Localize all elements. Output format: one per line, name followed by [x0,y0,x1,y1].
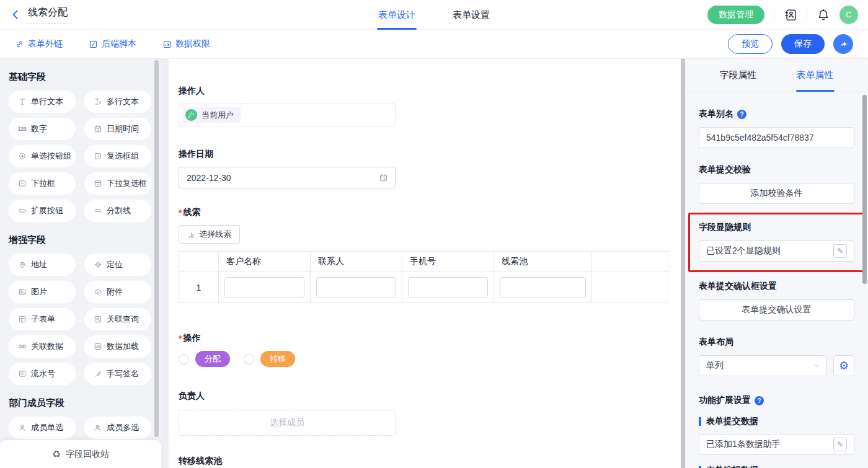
field-item-serial-number[interactable]: 流水号 [9,363,76,385]
tab-form-settings[interactable]: 表单设置 [453,0,490,30]
field-item-address[interactable]: 地址 [9,254,76,276]
field-item-member-multi[interactable]: 成员多选 [84,417,151,439]
help-icon[interactable]: ? [737,110,746,119]
divider-icon [92,206,104,215]
date-input[interactable]: 2022-12-30 [179,167,396,188]
field-item-attachment[interactable]: 附件 [84,281,151,303]
field-item-related-query[interactable]: 关联查询 [84,308,151,330]
divider [807,9,807,20]
operator-value-box[interactable]: 户 当前用户 [179,104,396,126]
lead-table-column-header: 联系人 [311,252,402,272]
panel-scrollbar[interactable] [862,95,867,284]
lead-table-column-header [179,252,219,272]
preview-button[interactable]: 预览 [728,34,773,54]
field-item-single-line-text[interactable]: 单行文本 [9,91,76,113]
field-item-multi-line-text[interactable]: 多行文本 [84,91,151,113]
radio-button[interactable] [244,354,254,364]
bell-icon[interactable] [817,8,830,22]
option-tag[interactable]: 分配 [195,351,230,367]
field-item-number[interactable]: 123数字 [9,118,76,140]
field-item-dropdown[interactable]: 下拉框 [9,172,76,195]
form-alias-input[interactable]: 541b9c5ef482a5f54cf78837 [699,127,854,148]
image-icon [16,288,28,296]
dropdown-icon [16,179,28,188]
add-validation-button[interactable]: 添加校验条件 [699,183,854,204]
field-item-image[interactable]: 图片 [9,281,76,303]
field-item-checkbox-group[interactable]: 复选框组 [84,145,151,167]
tab-field-properties[interactable]: 字段属性 [720,59,757,92]
help-icon[interactable]: ? [755,396,764,405]
visibility-rules-box[interactable]: 已设置2个显隐规则 ✎ [699,241,854,262]
field-item-label: 成员单选 [31,422,63,433]
calendar-icon[interactable] [379,173,388,182]
submit-validation-label: 表单提交校验 [699,164,854,175]
lead-cell [219,272,311,303]
select-member-box[interactable]: 选择成员 [179,410,396,436]
field-item-subform[interactable]: 子表单 [9,308,76,330]
tab-form-design[interactable]: 表单设计 [378,0,415,30]
lead-cell-input[interactable] [500,277,586,298]
field-item-radio-group[interactable]: 单选按钮组 [9,145,76,167]
field-operator[interactable]: 操作人 户 当前用户 [179,86,668,126]
sidebar-scrollbar[interactable] [154,60,159,437]
select-lead-button[interactable]: 选择线索 [179,225,240,244]
data-manage-button[interactable]: 数据管理 [707,6,764,24]
field-operation-date[interactable]: 操作日期 2022-12-30 [179,149,668,188]
layout-select[interactable]: 单列 [699,355,827,376]
toolbar-links: 表单外链后端脚本数据权限 [15,38,210,50]
location-icon [92,260,104,269]
save-button[interactable]: 保存 [781,34,825,54]
submit-data-text: 表单提交数据 [706,416,758,427]
field-lead[interactable]: 线索 选择线索 客户名称联系人手机号线索池 1 [179,207,668,303]
field-item-expand-button[interactable]: 扩展按钮 [9,200,76,222]
toolbar-link-data-permission[interactable]: 数据权限 [162,38,210,50]
field-item-data-load[interactable]: 数据加载 [84,335,151,358]
lead-row-index: 1 [179,272,219,303]
share-button[interactable] [833,34,853,54]
edit-icon[interactable]: ✎ [833,244,847,258]
checkbox-group-icon [92,152,104,161]
submit-data-box[interactable]: 已添加1条数据助手 ✎ [699,434,854,455]
canvas-scrollbar[interactable] [681,59,685,468]
field-item-label: 子表单 [31,314,55,325]
field-transfer-pool[interactable]: 转移线索池 [179,456,668,468]
tab-form-properties[interactable]: 表单属性 [797,59,834,92]
layout-settings-button[interactable]: ⚙ [833,355,854,376]
field-item-label: 成员多选 [107,422,139,433]
field-item-label: 地址 [31,259,47,270]
submit-confirm-button[interactable]: 表单提交确认设置 [699,299,854,320]
field-item-signature[interactable]: 手写签名 [84,363,151,385]
field-label: 转移线索池 [179,456,668,467]
option-tag[interactable]: 转移 [260,351,295,367]
back-icon[interactable] [10,9,22,20]
field-label: 操作 [179,333,668,344]
backend-script-icon [89,40,98,49]
field-item-location[interactable]: 定位 [84,254,151,276]
field-owner[interactable]: 负责人 选择成员 [179,391,668,436]
field-item-multi-dropdown[interactable]: 下拉复选框 [84,172,151,195]
page-title: 线索分配 [27,5,71,24]
field-recycle-bin[interactable]: ♻ 字段回收站 [0,440,161,468]
lead-cell-input[interactable] [316,277,396,298]
lead-cell [402,272,494,303]
blue-bar [699,417,701,426]
recycle-label: 字段回收站 [66,449,109,460]
avatar[interactable]: C [839,6,858,24]
edit-icon[interactable]: ✎ [833,438,847,451]
field-item-divider[interactable]: 分割线 [84,200,151,222]
extension-settings-label: 功能扩展设置 ? [699,395,854,406]
address-book-icon[interactable] [784,8,797,22]
radio-button[interactable] [179,354,189,364]
toolbar-link-backend-script[interactable]: 后端脚本 [89,38,136,50]
lead-cell-input[interactable] [224,277,304,298]
extension-settings-text: 功能扩展设置 [699,395,751,406]
member-multi-icon [92,423,104,432]
field-action[interactable]: 操作 分配转移 [179,333,668,367]
field-item-member-single[interactable]: 成员单选 [9,417,76,439]
sidebar-field-grid: 成员单选成员多选 [9,417,151,439]
toolbar-link-external-link[interactable]: 表单外链 [15,38,63,50]
action-label: 操作 [183,333,200,344]
field-item-datetime[interactable]: 日期时间 [84,118,151,140]
lead-cell-input[interactable] [408,277,488,298]
field-item-related-data[interactable]: 关联数据 [9,335,76,358]
